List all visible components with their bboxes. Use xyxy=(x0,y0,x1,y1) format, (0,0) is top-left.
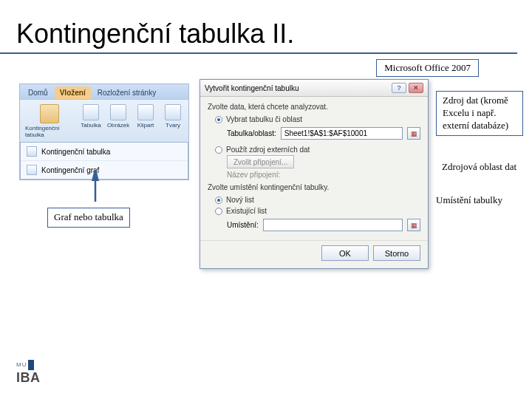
ok-button[interactable]: OK xyxy=(321,245,369,261)
annotation-data-source: Zdroj dat (kromě Excelu i např. externí … xyxy=(436,91,523,136)
dd-label: Kontingenční tabulka xyxy=(41,148,110,156)
dialog-buttons: OK Storno xyxy=(200,240,428,268)
radio-new-sheet[interactable]: Nový list xyxy=(208,194,420,205)
pivot-chart-icon xyxy=(27,165,37,175)
table-icon xyxy=(83,104,99,120)
dd-item-pivot-table[interactable]: Kontingenční tabulka xyxy=(21,143,188,161)
location-input[interactable] xyxy=(263,219,403,231)
ribbon-btn-label: Kontingenční tabulka xyxy=(25,125,74,138)
dialog-body: Zvolte data, která chcete analyzovat. Vy… xyxy=(200,97,428,240)
radio-label: Existující list xyxy=(226,207,267,215)
ribbon-tabs: Domů Vložení Rozložení stránky xyxy=(20,84,188,99)
version-badge: Microsoft Office 2007 xyxy=(376,59,479,77)
logo-main: IBA xyxy=(16,370,41,385)
radio-label: Vybrat tabulku či oblast xyxy=(226,115,302,123)
annotation-source-range: Zdrojová oblast dat xyxy=(442,161,523,174)
section-choose-data: Zvolte data, která chcete analyzovat. xyxy=(208,103,420,111)
logo-top: MU xyxy=(16,360,34,370)
ribbon-btn-shapes[interactable]: Tvary xyxy=(160,103,185,140)
radio-icon xyxy=(215,197,222,204)
tab-layout[interactable]: Rozložení stránky xyxy=(92,86,161,99)
create-pivot-dialog: Vytvořit kontingenční tabulku ? ✕ Zvolte… xyxy=(200,79,429,269)
window-buttons: ? ✕ xyxy=(392,83,423,93)
field-label: Tabulka/oblast: xyxy=(227,129,276,137)
ribbon-btn-pivot[interactable]: Kontingenční tabulka xyxy=(23,103,76,140)
radio-icon xyxy=(215,146,222,154)
radio-icon xyxy=(215,116,222,123)
choose-connection-button[interactable]: Zvolit připojení... xyxy=(227,155,294,168)
clipart-icon xyxy=(137,104,154,120)
radio-icon xyxy=(215,208,222,215)
logo: MU IBA xyxy=(16,356,41,386)
radio-existing-sheet[interactable]: Existující list xyxy=(208,205,420,216)
ribbon-btn-clipart[interactable]: Klipart xyxy=(133,103,158,140)
pivot-table-icon xyxy=(27,146,37,157)
location-picker-button[interactable]: ▦ xyxy=(407,219,420,231)
ribbon-btn-label: Klipart xyxy=(137,122,154,129)
ribbon: Domů Vložení Rozložení stránky Kontingen… xyxy=(19,83,189,180)
section-choose-placement: Zvolte umístění kontingenční tabulky. xyxy=(208,183,420,191)
ribbon-btn-picture[interactable]: Obrázek xyxy=(106,103,131,140)
cancel-button[interactable]: Storno xyxy=(373,245,420,261)
arrow-annotation-icon xyxy=(86,171,105,203)
radio-external-data[interactable]: Použít zdroj externích dat xyxy=(208,144,420,155)
ribbon-btn-label: Tabulka xyxy=(81,122,101,129)
help-button[interactable]: ? xyxy=(392,83,406,93)
ribbon-btn-table[interactable]: Tabulka xyxy=(78,103,103,140)
range-picker-button[interactable]: ▦ xyxy=(407,127,420,140)
close-button[interactable]: ✕ xyxy=(409,83,423,93)
field-location: Umístění: ▦ xyxy=(208,216,420,236)
radio-select-range[interactable]: Vybrat tabulku či oblast xyxy=(208,114,420,125)
tab-home[interactable]: Domů xyxy=(23,86,53,99)
radio-label: Použít zdroj externích dat xyxy=(226,146,310,154)
field-table-range: Tabulka/oblast: ▦ xyxy=(208,125,420,144)
ribbon-body: Kontingenční tabulka Tabulka Obrázek Kli… xyxy=(20,99,188,143)
pivot-icon xyxy=(40,104,59,123)
ribbon-btn-label: Obrázek xyxy=(107,122,129,129)
annotation-chart-or-table: Graf nebo tabulka xyxy=(47,208,130,228)
range-input[interactable] xyxy=(281,127,403,140)
radio-label: Nový list xyxy=(226,196,254,204)
dialog-title: Vytvořit kontingenční tabulku xyxy=(205,84,299,92)
slide-title: Kontingenční tabulka II. xyxy=(0,0,517,54)
dialog-titlebar: Vytvořit kontingenční tabulku ? ✕ xyxy=(200,80,428,97)
picture-icon xyxy=(110,104,126,120)
ribbon-btn-label: Tvary xyxy=(166,122,180,129)
shapes-icon xyxy=(165,104,181,120)
field-label: Umístění: xyxy=(227,221,259,229)
annotation-placement: Umístění tabulky xyxy=(436,194,517,207)
tab-insert[interactable]: Vložení xyxy=(55,86,91,99)
connection-name-label: Název připojení: xyxy=(208,171,420,179)
